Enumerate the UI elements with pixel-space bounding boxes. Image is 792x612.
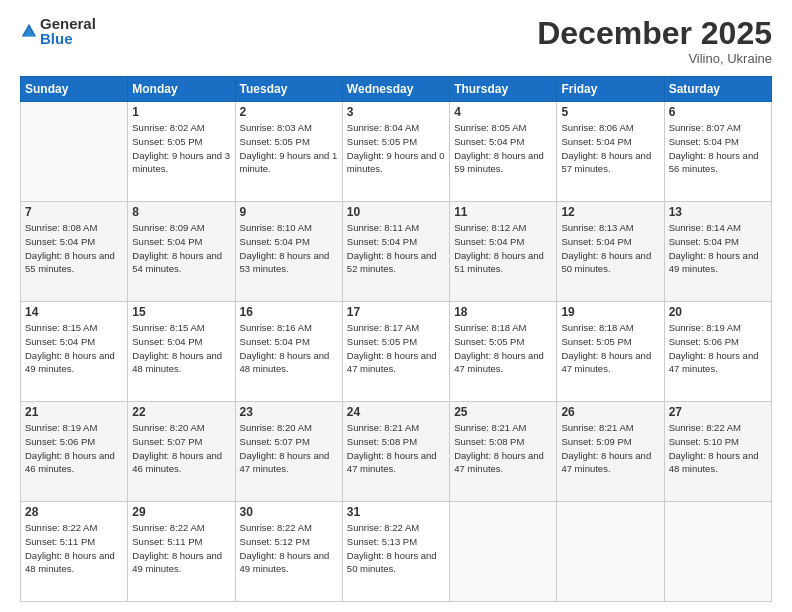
- calendar-cell: 11Sunrise: 8:12 AMSunset: 5:04 PMDayligh…: [450, 202, 557, 302]
- calendar-cell: 20Sunrise: 8:19 AMSunset: 5:06 PMDayligh…: [664, 302, 771, 402]
- day-number: 30: [240, 505, 338, 519]
- day-info: Sunrise: 8:14 AMSunset: 5:04 PMDaylight:…: [669, 221, 767, 276]
- col-header-friday: Friday: [557, 77, 664, 102]
- day-number: 14: [25, 305, 123, 319]
- calendar-cell: 10Sunrise: 8:11 AMSunset: 5:04 PMDayligh…: [342, 202, 449, 302]
- day-info: Sunrise: 8:10 AMSunset: 5:04 PMDaylight:…: [240, 221, 338, 276]
- day-info: Sunrise: 8:11 AMSunset: 5:04 PMDaylight:…: [347, 221, 445, 276]
- day-info: Sunrise: 8:22 AMSunset: 5:11 PMDaylight:…: [132, 521, 230, 576]
- day-number: 25: [454, 405, 552, 419]
- calendar-cell: 5Sunrise: 8:06 AMSunset: 5:04 PMDaylight…: [557, 102, 664, 202]
- calendar-cell: 13Sunrise: 8:14 AMSunset: 5:04 PMDayligh…: [664, 202, 771, 302]
- day-number: 19: [561, 305, 659, 319]
- calendar-cell: [21, 102, 128, 202]
- calendar-cell: 31Sunrise: 8:22 AMSunset: 5:13 PMDayligh…: [342, 502, 449, 602]
- day-number: 26: [561, 405, 659, 419]
- calendar-cell: 14Sunrise: 8:15 AMSunset: 5:04 PMDayligh…: [21, 302, 128, 402]
- col-header-saturday: Saturday: [664, 77, 771, 102]
- day-info: Sunrise: 8:20 AMSunset: 5:07 PMDaylight:…: [240, 421, 338, 476]
- title-block: December 2025 Vilino, Ukraine: [537, 16, 772, 66]
- page: General Blue December 2025 Vilino, Ukrai…: [0, 0, 792, 612]
- day-number: 28: [25, 505, 123, 519]
- day-number: 29: [132, 505, 230, 519]
- calendar-cell: [557, 502, 664, 602]
- day-number: 8: [132, 205, 230, 219]
- day-number: 18: [454, 305, 552, 319]
- month-title: December 2025: [537, 16, 772, 51]
- day-info: Sunrise: 8:08 AMSunset: 5:04 PMDaylight:…: [25, 221, 123, 276]
- col-header-tuesday: Tuesday: [235, 77, 342, 102]
- calendar-week-row: 1Sunrise: 8:02 AMSunset: 5:05 PMDaylight…: [21, 102, 772, 202]
- day-number: 10: [347, 205, 445, 219]
- day-info: Sunrise: 8:02 AMSunset: 5:05 PMDaylight:…: [132, 121, 230, 176]
- calendar-cell: 9Sunrise: 8:10 AMSunset: 5:04 PMDaylight…: [235, 202, 342, 302]
- calendar-cell: [450, 502, 557, 602]
- calendar-week-row: 21Sunrise: 8:19 AMSunset: 5:06 PMDayligh…: [21, 402, 772, 502]
- day-number: 21: [25, 405, 123, 419]
- day-number: 24: [347, 405, 445, 419]
- calendar-cell: 18Sunrise: 8:18 AMSunset: 5:05 PMDayligh…: [450, 302, 557, 402]
- calendar-cell: 26Sunrise: 8:21 AMSunset: 5:09 PMDayligh…: [557, 402, 664, 502]
- location-subtitle: Vilino, Ukraine: [537, 51, 772, 66]
- day-number: 31: [347, 505, 445, 519]
- header: General Blue December 2025 Vilino, Ukrai…: [20, 16, 772, 66]
- logo-general: General: [40, 16, 96, 31]
- day-info: Sunrise: 8:06 AMSunset: 5:04 PMDaylight:…: [561, 121, 659, 176]
- day-info: Sunrise: 8:22 AMSunset: 5:13 PMDaylight:…: [347, 521, 445, 576]
- calendar-cell: 30Sunrise: 8:22 AMSunset: 5:12 PMDayligh…: [235, 502, 342, 602]
- day-info: Sunrise: 8:16 AMSunset: 5:04 PMDaylight:…: [240, 321, 338, 376]
- calendar-cell: 12Sunrise: 8:13 AMSunset: 5:04 PMDayligh…: [557, 202, 664, 302]
- calendar-week-row: 7Sunrise: 8:08 AMSunset: 5:04 PMDaylight…: [21, 202, 772, 302]
- col-header-wednesday: Wednesday: [342, 77, 449, 102]
- calendar-cell: [664, 502, 771, 602]
- day-number: 5: [561, 105, 659, 119]
- logo-text: General Blue: [40, 16, 96, 46]
- calendar-cell: 15Sunrise: 8:15 AMSunset: 5:04 PMDayligh…: [128, 302, 235, 402]
- calendar-week-row: 28Sunrise: 8:22 AMSunset: 5:11 PMDayligh…: [21, 502, 772, 602]
- calendar-cell: 4Sunrise: 8:05 AMSunset: 5:04 PMDaylight…: [450, 102, 557, 202]
- day-info: Sunrise: 8:15 AMSunset: 5:04 PMDaylight:…: [132, 321, 230, 376]
- day-number: 4: [454, 105, 552, 119]
- calendar-cell: 6Sunrise: 8:07 AMSunset: 5:04 PMDaylight…: [664, 102, 771, 202]
- calendar-cell: 16Sunrise: 8:16 AMSunset: 5:04 PMDayligh…: [235, 302, 342, 402]
- day-info: Sunrise: 8:09 AMSunset: 5:04 PMDaylight:…: [132, 221, 230, 276]
- day-info: Sunrise: 8:18 AMSunset: 5:05 PMDaylight:…: [561, 321, 659, 376]
- day-number: 6: [669, 105, 767, 119]
- calendar-cell: 22Sunrise: 8:20 AMSunset: 5:07 PMDayligh…: [128, 402, 235, 502]
- day-number: 20: [669, 305, 767, 319]
- day-info: Sunrise: 8:22 AMSunset: 5:10 PMDaylight:…: [669, 421, 767, 476]
- day-info: Sunrise: 8:07 AMSunset: 5:04 PMDaylight:…: [669, 121, 767, 176]
- day-number: 16: [240, 305, 338, 319]
- calendar-cell: 29Sunrise: 8:22 AMSunset: 5:11 PMDayligh…: [128, 502, 235, 602]
- day-info: Sunrise: 8:04 AMSunset: 5:05 PMDaylight:…: [347, 121, 445, 176]
- calendar-cell: 24Sunrise: 8:21 AMSunset: 5:08 PMDayligh…: [342, 402, 449, 502]
- day-info: Sunrise: 8:15 AMSunset: 5:04 PMDaylight:…: [25, 321, 123, 376]
- calendar-header-row: SundayMondayTuesdayWednesdayThursdayFrid…: [21, 77, 772, 102]
- col-header-sunday: Sunday: [21, 77, 128, 102]
- calendar-cell: 28Sunrise: 8:22 AMSunset: 5:11 PMDayligh…: [21, 502, 128, 602]
- calendar-cell: 27Sunrise: 8:22 AMSunset: 5:10 PMDayligh…: [664, 402, 771, 502]
- day-info: Sunrise: 8:21 AMSunset: 5:09 PMDaylight:…: [561, 421, 659, 476]
- day-info: Sunrise: 8:13 AMSunset: 5:04 PMDaylight:…: [561, 221, 659, 276]
- calendar-cell: 17Sunrise: 8:17 AMSunset: 5:05 PMDayligh…: [342, 302, 449, 402]
- day-number: 13: [669, 205, 767, 219]
- logo: General Blue: [20, 16, 96, 46]
- day-info: Sunrise: 8:22 AMSunset: 5:12 PMDaylight:…: [240, 521, 338, 576]
- day-number: 15: [132, 305, 230, 319]
- calendar-cell: 25Sunrise: 8:21 AMSunset: 5:08 PMDayligh…: [450, 402, 557, 502]
- col-header-thursday: Thursday: [450, 77, 557, 102]
- day-number: 11: [454, 205, 552, 219]
- calendar-table: SundayMondayTuesdayWednesdayThursdayFrid…: [20, 76, 772, 602]
- logo-icon: [20, 22, 38, 40]
- day-number: 12: [561, 205, 659, 219]
- logo-blue: Blue: [40, 31, 96, 46]
- day-number: 23: [240, 405, 338, 419]
- day-number: 22: [132, 405, 230, 419]
- calendar-cell: 8Sunrise: 8:09 AMSunset: 5:04 PMDaylight…: [128, 202, 235, 302]
- day-info: Sunrise: 8:22 AMSunset: 5:11 PMDaylight:…: [25, 521, 123, 576]
- day-info: Sunrise: 8:20 AMSunset: 5:07 PMDaylight:…: [132, 421, 230, 476]
- day-info: Sunrise: 8:17 AMSunset: 5:05 PMDaylight:…: [347, 321, 445, 376]
- day-info: Sunrise: 8:19 AMSunset: 5:06 PMDaylight:…: [669, 321, 767, 376]
- calendar-cell: 23Sunrise: 8:20 AMSunset: 5:07 PMDayligh…: [235, 402, 342, 502]
- day-info: Sunrise: 8:12 AMSunset: 5:04 PMDaylight:…: [454, 221, 552, 276]
